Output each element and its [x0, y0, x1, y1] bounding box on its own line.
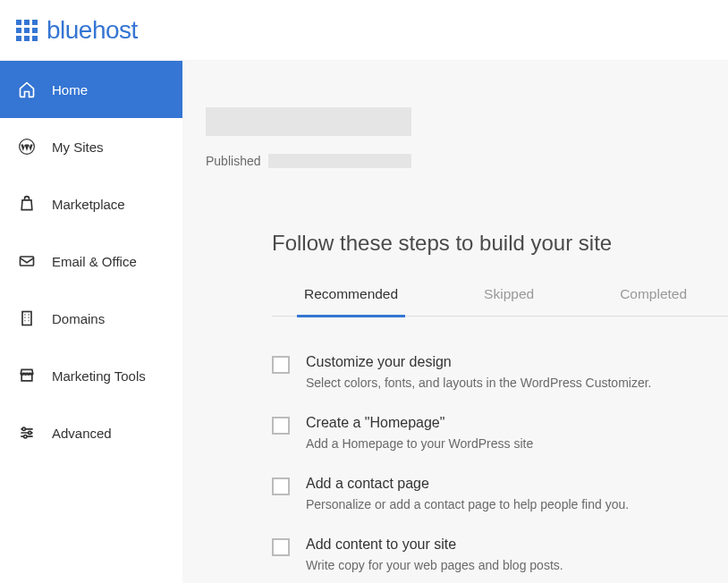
wordpress-icon	[18, 138, 36, 156]
sidebar-item-label: Email & Office	[52, 254, 137, 269]
tab-skipped[interactable]: Skipped	[477, 277, 541, 317]
task-item: Customize your design Select colors, fon…	[272, 342, 728, 402]
sidebar-item-label: Advanced	[52, 426, 112, 441]
building-icon	[18, 309, 36, 327]
bag-icon	[18, 195, 36, 213]
brand-logo[interactable]: bluehost	[16, 16, 138, 45]
publish-status-row: Published	[206, 154, 728, 168]
sidebar-item-marketplace[interactable]: Marketplace	[0, 175, 182, 232]
task-item: Add a contact page Personalize or add a …	[272, 463, 728, 524]
publish-date-placeholder	[268, 154, 411, 168]
sliders-icon	[18, 424, 36, 442]
task-description: Write copy for your web pages and blog p…	[306, 558, 563, 572]
sidebar-item-domains[interactable]: Domains	[0, 290, 182, 347]
publish-status-label: Published	[206, 154, 261, 168]
task-checkbox[interactable]	[272, 477, 290, 495]
task-list: Customize your design Select colors, fon…	[272, 317, 728, 583]
sidebar-item-label: Marketplace	[52, 197, 125, 212]
site-title-placeholder	[206, 107, 411, 136]
steps-tabs: Recommended Skipped Completed	[272, 277, 728, 317]
tab-completed[interactable]: Completed	[613, 277, 694, 317]
onboarding-steps: Follow these steps to build your site Re…	[272, 231, 728, 583]
task-item: Create a "Homepage" Add a Homepage to yo…	[272, 402, 728, 463]
storefront-icon	[18, 367, 36, 384]
task-title[interactable]: Add content to your site	[306, 537, 563, 553]
task-description: Personalize or add a contact page to hel…	[306, 497, 629, 511]
tab-recommended[interactable]: Recommended	[297, 277, 405, 317]
task-title[interactable]: Customize your design	[306, 354, 651, 370]
sidebar-item-marketing-tools[interactable]: Marketing Tools	[0, 347, 182, 404]
brand-name: bluehost	[47, 16, 138, 45]
sidebar: Home My Sites Marketplace Email & Office	[0, 61, 182, 583]
sidebar-item-label: Home	[52, 82, 88, 97]
sidebar-item-label: Marketing Tools	[52, 368, 146, 384]
task-description: Add a Homepage to your WordPress site	[306, 436, 533, 451]
svg-rect-2	[22, 312, 31, 325]
svg-point-3	[22, 427, 25, 430]
main-content: Published Follow these steps to build yo…	[182, 61, 728, 583]
task-checkbox[interactable]	[272, 538, 290, 556]
steps-heading: Follow these steps to build your site	[272, 231, 728, 256]
sidebar-item-home[interactable]: Home	[0, 61, 182, 118]
svg-point-5	[24, 435, 27, 438]
task-checkbox[interactable]	[272, 417, 290, 435]
task-title[interactable]: Add a contact page	[306, 476, 629, 492]
header: bluehost	[0, 0, 728, 61]
mail-icon	[18, 252, 36, 270]
task-description: Select colors, fonts, and layouts in the…	[306, 376, 651, 390]
sidebar-item-label: My Sites	[52, 139, 104, 155]
svg-point-4	[29, 431, 31, 434]
task-title[interactable]: Create a "Homepage"	[306, 415, 533, 431]
svg-rect-1	[21, 257, 34, 266]
home-icon	[18, 80, 36, 98]
site-info-block: Published	[182, 107, 728, 168]
sidebar-item-label: Domains	[52, 311, 105, 326]
sidebar-item-email-office[interactable]: Email & Office	[0, 232, 182, 290]
apps-grid-icon	[16, 20, 38, 41]
task-item: Add content to your site Write copy for …	[272, 524, 728, 583]
task-checkbox[interactable]	[272, 356, 290, 374]
sidebar-item-my-sites[interactable]: My Sites	[0, 118, 182, 175]
sidebar-item-advanced[interactable]: Advanced	[0, 404, 182, 461]
